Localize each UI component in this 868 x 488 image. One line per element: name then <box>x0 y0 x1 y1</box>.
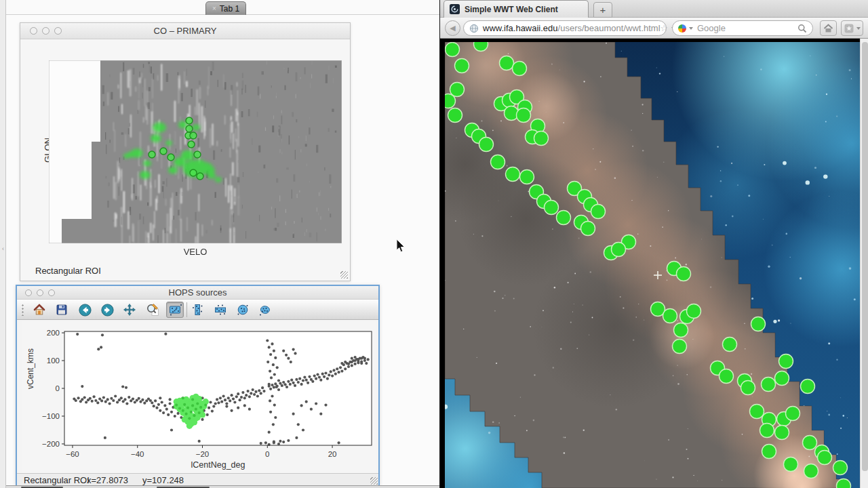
bookmarks-caret <box>856 27 861 30</box>
wwt-source-marker[interactable] <box>775 371 789 386</box>
url-bar[interactable]: www.ifa.hawaii.edu/users/beaumont/wwt.ht… <box>463 20 667 36</box>
new-tab-button[interactable]: + <box>593 2 612 18</box>
lasso-select-icon <box>258 303 273 317</box>
wwt-source-marker[interactable] <box>557 211 571 225</box>
tab-close-icon[interactable]: × <box>212 5 216 12</box>
x-tick-label: −20 <box>196 450 210 458</box>
lasso-select-button[interactable] <box>256 302 274 318</box>
pv-source-ring[interactable] <box>167 154 174 161</box>
y-tick-label: 200 <box>47 329 60 337</box>
wwt-source-marker[interactable] <box>801 380 815 394</box>
wwt-source-marker[interactable] <box>833 461 848 475</box>
wwt-source-marker[interactable] <box>723 338 737 352</box>
wwt-source-marker[interactable] <box>534 131 549 146</box>
wwt-source-marker[interactable] <box>677 267 691 281</box>
wwt-source-marker[interactable] <box>750 405 764 419</box>
wwt-source-marker[interactable] <box>591 205 606 219</box>
wwt-source-marker[interactable] <box>674 323 688 338</box>
x-tick-label: 0 <box>265 450 269 458</box>
resize-grip[interactable] <box>370 477 378 485</box>
search-input[interactable]: Google <box>672 20 813 36</box>
wwt-source-marker[interactable] <box>520 170 534 184</box>
wwt-source-marker[interactable] <box>804 464 818 479</box>
pv-source-ring[interactable] <box>149 151 155 158</box>
wwt-source-marker[interactable] <box>784 458 798 472</box>
wwt-source-marker[interactable] <box>803 436 817 450</box>
wwt-source-marker[interactable] <box>760 424 774 438</box>
wwt-source-marker[interactable] <box>786 407 800 421</box>
hops-titlebar[interactable]: HOPS sources <box>17 286 378 300</box>
rect-select-button[interactable] <box>166 302 184 318</box>
pv-image-canvas[interactable] <box>49 60 342 243</box>
wwt-source-marker[interactable] <box>445 94 456 108</box>
url-host: www.ifa.hawaii.edu <box>483 23 558 33</box>
bookmarks-menu-button[interactable] <box>841 20 863 36</box>
scatter-plot-canvas[interactable]: −60−40−20020−200−1000100200lCentNeg_deg <box>22 321 376 473</box>
wwt-source-marker[interactable] <box>479 138 494 152</box>
forward-button[interactable] <box>98 302 116 318</box>
browser-home-button[interactable] <box>820 20 837 36</box>
wwt-source-marker[interactable] <box>581 222 595 236</box>
pv-source-ring[interactable] <box>186 117 193 124</box>
wwt-source-marker[interactable] <box>762 378 776 392</box>
wwt-sky-view[interactable] <box>445 42 860 488</box>
wwt-source-marker[interactable] <box>612 243 626 257</box>
browser-back-button[interactable]: ◀ <box>445 20 460 36</box>
wwt-source-marker[interactable] <box>446 43 460 57</box>
window-title: HOPS sources <box>17 287 378 298</box>
galaxy-favicon <box>450 4 460 14</box>
bookmark-star-icon[interactable]: ☆ <box>660 23 669 33</box>
x-range-select-button[interactable] <box>189 302 206 318</box>
tab-1[interactable]: × Tab 1 <box>205 1 246 15</box>
pan-button[interactable] <box>121 302 138 318</box>
wwt-source-marker[interactable] <box>818 451 832 465</box>
wwt-source-marker[interactable] <box>719 369 734 384</box>
resize-grip[interactable] <box>340 271 348 279</box>
wwt-source-marker[interactable] <box>673 340 687 354</box>
pv-source-ring[interactable] <box>190 169 197 176</box>
wwt-source-marker[interactable] <box>687 304 701 319</box>
wwt-source-marker[interactable] <box>545 201 559 215</box>
wwt-source-marker[interactable] <box>663 309 677 323</box>
wwt-source-marker[interactable] <box>775 426 789 440</box>
wwt-source-marker[interactable] <box>513 62 527 76</box>
scatter-x-axis-label: lCentNeg_deg <box>191 460 245 470</box>
co-primary-titlebar[interactable]: CO – PRIMARY <box>20 23 350 39</box>
circle-select-button[interactable] <box>234 302 252 318</box>
y-tick-label: −200 <box>42 440 60 448</box>
browser-tab-active[interactable]: Simple WWT Web Client <box>443 0 589 18</box>
toolbar-drag-handle[interactable] <box>21 304 24 316</box>
wwt-source-marker[interactable] <box>500 56 514 70</box>
y-range-select-button[interactable] <box>212 302 229 318</box>
pv-source-ring[interactable] <box>188 141 195 148</box>
pv-source-ring[interactable] <box>160 148 167 155</box>
status-x-value: x=27.8073 <box>87 475 128 485</box>
scrollbar-thumb[interactable] <box>862 42 868 471</box>
wwt-source-marker[interactable] <box>779 354 793 369</box>
url-path: /users/beaumont/wwt.html <box>558 23 660 33</box>
wwt-source-marker[interactable] <box>491 155 505 169</box>
back-button[interactable] <box>76 302 94 318</box>
wwt-source-marker[interactable] <box>517 108 531 123</box>
glue-main-window: × Tab 1 CO – PRIMARY GLON <box>5 0 443 488</box>
wwt-source-marker[interactable] <box>762 445 776 459</box>
wwt-source-marker[interactable] <box>455 59 469 73</box>
wwt-source-marker[interactable] <box>506 167 520 182</box>
search-icon[interactable] <box>797 24 807 33</box>
x-tick-label: −40 <box>131 450 144 458</box>
pv-source-ring[interactable] <box>194 151 201 158</box>
wwt-source-marker[interactable] <box>751 317 766 331</box>
glue-tab-bar: × Tab 1 <box>6 0 443 15</box>
home-button[interactable] <box>31 302 48 318</box>
search-engine-caret[interactable] <box>689 27 693 30</box>
zoom-button[interactable] <box>144 302 161 318</box>
x-tick-label: −60 <box>66 450 79 458</box>
panel-collapse-arrow[interactable]: ‹ <box>2 245 4 252</box>
save-button[interactable] <box>53 302 71 318</box>
pv-source-ring[interactable] <box>186 125 193 132</box>
wwt-source-marker[interactable] <box>448 108 462 123</box>
circle-select-icon <box>236 303 250 317</box>
pv-source-ring[interactable] <box>190 132 197 139</box>
wwt-source-marker[interactable] <box>741 381 755 395</box>
pv-source-ring[interactable] <box>197 173 203 180</box>
